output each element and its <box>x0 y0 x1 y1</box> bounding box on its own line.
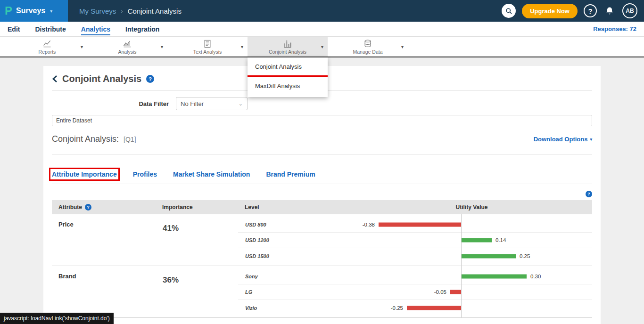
app-logo[interactable]: P Surveys ▾ <box>0 0 68 22</box>
level-name: Vizio <box>238 305 351 311</box>
toolbar-item-manage-data[interactable]: Manage Data▾ <box>328 37 408 57</box>
attribute-name: Price <box>52 214 156 266</box>
nav-tab-edit[interactable]: Edit <box>8 23 20 35</box>
breadcrumb-my-surveys[interactable]: My Surveys <box>79 7 116 15</box>
utility-bar-cell: 0.25 <box>351 248 592 264</box>
dropdown-item-maxdiff-analysis[interactable]: MaxDiff Analysis <box>248 77 328 95</box>
back-button[interactable] <box>52 75 58 83</box>
utility-bar <box>379 223 461 227</box>
caret-down-icon[interactable]: ▾ <box>239 42 245 51</box>
analysis-icon <box>123 39 132 49</box>
level-name: USD 1200 <box>238 237 351 243</box>
utility-value-label: -0.05 <box>422 289 446 295</box>
tab-market-share-simulation[interactable]: Market Share Simulation <box>173 170 250 178</box>
search-button[interactable] <box>502 4 516 18</box>
status-link-tooltip: javascript: loadNavLink('showConjoint.do… <box>0 313 114 324</box>
level-name: Sony <box>238 274 351 279</box>
level-rows: USD 800-0.38USD 12000.14USD 15000.25 <box>238 214 592 266</box>
nav-tab-distribute[interactable]: Distribute <box>35 23 66 35</box>
toolbar-item-analysis[interactable]: Analysis▾ <box>87 37 167 57</box>
header-attribute-label: Attribute <box>58 204 82 211</box>
nav-tab-analytics[interactable]: Analytics <box>81 23 110 35</box>
attribute-importance-table: Attribute ? Importance Level Utility Val… <box>52 200 592 318</box>
data-filter-value: No Filter <box>181 100 204 107</box>
dataset-input[interactable] <box>52 115 592 126</box>
data-filter-label: Data Filter <box>52 100 169 107</box>
utility-bar <box>462 254 516 258</box>
caret-down-icon: ▾ <box>590 137 592 142</box>
attribute-help-icon[interactable]: ? <box>85 204 91 211</box>
breadcrumb-current: Conjoint Analysis <box>128 7 182 15</box>
utility-value-label: 0.30 <box>530 274 541 279</box>
text-analysis-icon <box>203 39 212 49</box>
section-title: Conjoint Analysis: <box>52 134 119 144</box>
caret-down-icon[interactable]: ▾ <box>79 42 85 51</box>
download-options-label: Download Options <box>534 136 588 143</box>
utility-value-label: 0.14 <box>495 237 506 243</box>
dropdown-item-conjoint-analysis[interactable]: Conjoint Analysis <box>248 57 328 75</box>
level-name: USD 1500 <box>238 253 351 259</box>
header-level: Level <box>238 204 351 211</box>
utility-bar <box>462 238 492 243</box>
table-header: Attribute ? Importance Level Utility Val… <box>52 200 592 214</box>
toolbar-item-reports[interactable]: Reports▾ <box>7 37 87 57</box>
level-name: LG <box>238 289 351 295</box>
reports-icon <box>42 39 52 49</box>
caret-down-icon[interactable]: ▾ <box>159 42 165 51</box>
manage-data-icon <box>363 39 372 49</box>
utility-bar <box>407 306 461 310</box>
level-row-usd-800: USD 800-0.38 <box>238 217 592 233</box>
toolbar-item-label: Reports <box>39 49 56 55</box>
table-help-icon[interactable]: ? <box>586 191 592 197</box>
title-help-icon[interactable]: ? <box>146 75 154 83</box>
avatar[interactable]: AB <box>622 3 637 18</box>
filter-row: Data Filter No Filter ⌄ <box>52 97 592 110</box>
question-reference: [Q1] <box>124 136 136 143</box>
level-row-vizio: Vizio-0.25 <box>238 300 592 316</box>
utility-value-label: 0.25 <box>520 253 530 259</box>
utility-bar-cell: 0.30 <box>351 269 592 284</box>
help-button[interactable]: ? <box>584 4 597 17</box>
utility-bar <box>450 290 461 294</box>
caret-down-icon[interactable]: ▾ <box>319 42 325 51</box>
utility-value-label: -0.38 <box>350 222 375 227</box>
search-icon <box>505 8 512 15</box>
toolbar-items: Reports▾Analysis▾Text Analysis▾Conjoint … <box>7 37 408 57</box>
topbar-actions: Upgrade Now ? AB <box>502 3 644 18</box>
tab-attribute-importance[interactable]: Attribute Importance <box>52 170 117 178</box>
toolbar-item-label: Conjoint Analysis <box>269 49 306 55</box>
nav-tab-integration[interactable]: Integration <box>125 23 159 35</box>
tab-brand-premium[interactable]: Brand Premium <box>266 170 315 178</box>
content-card: Conjoint Analysis ? Data Filter No Filte… <box>43 66 601 324</box>
tab-profiles[interactable]: Profiles <box>133 170 157 178</box>
chevron-down-icon: ⌄ <box>239 101 243 107</box>
download-options-link[interactable]: Download Options ▾ <box>534 136 592 143</box>
utility-bar-cell: -0.25 <box>351 300 592 316</box>
header-importance: Importance <box>156 204 238 211</box>
conjoint-analysis-icon <box>283 39 292 49</box>
level-row-usd-1200: USD 12000.14 <box>238 233 592 248</box>
data-filter-select[interactable]: No Filter ⌄ <box>176 97 248 110</box>
level-rows: Sony0.30LG-0.05Vizio-0.25 <box>238 266 592 317</box>
notifications-button[interactable] <box>603 4 616 17</box>
conjoint-dropdown: Conjoint AnalysisMaxDiff Analysis <box>248 57 328 97</box>
topbar: P Surveys ▾ My Surveys › Conjoint Analys… <box>0 0 644 22</box>
breadcrumb-separator: › <box>121 8 123 15</box>
importance-value: 36% <box>156 266 238 317</box>
caret-down-icon[interactable]: ▾ <box>399 42 405 51</box>
level-row-lg: LG-0.05 <box>238 284 592 300</box>
bell-icon <box>605 6 614 16</box>
upgrade-now-button[interactable]: Upgrade Now <box>522 4 578 18</box>
toolbar-item-conjoint-analysis[interactable]: Conjoint Analysis▾ <box>248 37 328 57</box>
attribute-group-brand: Brand36%Sony0.30LG-0.05Vizio-0.25 <box>52 266 592 318</box>
utility-value-label: -0.25 <box>379 305 403 311</box>
attribute-name: Brand <box>52 266 156 317</box>
section-heading: Conjoint Analysis: [Q1] <box>52 134 136 144</box>
toolbar-item-label: Manage Data <box>353 49 382 55</box>
toolbar-item-text-analysis[interactable]: Text Analysis▾ <box>167 37 248 57</box>
toolbar-item-label: Analysis <box>118 49 136 55</box>
analysis-tabs: Attribute ImportanceProfilesMarket Share… <box>52 170 592 184</box>
divider <box>52 154 592 155</box>
caret-down-icon: ▾ <box>50 8 52 14</box>
analytics-toolbar: Reports▾Analysis▾Text Analysis▾Conjoint … <box>0 37 644 57</box>
